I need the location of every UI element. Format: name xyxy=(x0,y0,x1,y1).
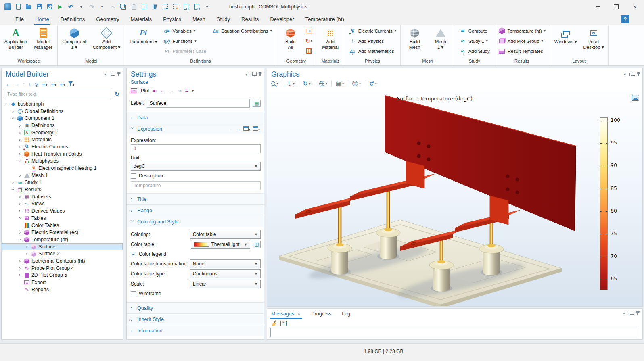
section-data-header[interactable]: › Data xyxy=(127,112,264,123)
menu-mesh[interactable]: Mesh xyxy=(187,13,211,25)
undo-icon[interactable] xyxy=(66,2,75,12)
scene-light-icon[interactable]: ▾ xyxy=(352,81,361,86)
application-builder-button[interactable]: Application Builder xyxy=(2,26,30,51)
equation-contributions-button[interactable]: Equation Contributions▾ xyxy=(209,26,274,36)
expander-open-icon[interactable]: › xyxy=(10,116,15,121)
section-information-header[interactable]: › Information xyxy=(127,325,264,336)
save-icon[interactable] xyxy=(35,2,44,12)
open-messages-icon[interactable] xyxy=(280,321,287,326)
preview-document-icon[interactable] xyxy=(192,2,201,12)
expander-closed-icon[interactable]: › xyxy=(10,109,15,114)
section-expression-header[interactable]: › Expression ← → ▾ ▾ xyxy=(127,123,264,134)
add-material-button[interactable]: Add Material xyxy=(318,26,343,51)
next-expression-icon[interactable]: → xyxy=(236,127,240,131)
rotate-icon[interactable]: ▾ xyxy=(303,80,311,87)
add-study-button[interactable]: Add Study xyxy=(457,46,492,56)
tree-item-busbar-mph[interactable]: ›busbar.mph xyxy=(2,100,123,108)
variables-button[interactable]: Variables▾ xyxy=(161,26,209,36)
overflow-caret-icon[interactable] xyxy=(203,2,211,12)
run-icon[interactable] xyxy=(56,2,65,12)
tree-item-isothermal-contours-ht[interactable]: ›Isothermal Contours (ht) xyxy=(2,257,123,265)
tree-item-materials[interactable]: ›Materials xyxy=(2,136,123,143)
update-plot-icon[interactable]: ▾ xyxy=(369,80,377,87)
save-as-icon[interactable] xyxy=(45,2,54,12)
new-file-icon[interactable] xyxy=(14,2,23,12)
messages-output-area[interactable] xyxy=(270,328,639,337)
unit-select[interactable]: degC▼ xyxy=(131,162,261,171)
expander-closed-icon[interactable]: › xyxy=(17,216,22,221)
expander-closed-icon[interactable]: › xyxy=(17,123,22,128)
section-coloring-style-header[interactable]: › Coloring and Style xyxy=(127,216,264,227)
tree-item-multiphysics[interactable]: ›Multiphysics xyxy=(2,158,123,165)
build-all-button[interactable]: Build All xyxy=(278,26,303,51)
tree-item-electric-currents[interactable]: ›Electric Currents xyxy=(2,143,123,150)
build-mesh-button[interactable]: Build Mesh xyxy=(402,26,427,51)
next-plot-icon[interactable]: → xyxy=(169,88,174,94)
caret-down-icon[interactable] xyxy=(98,2,107,12)
float-panel-icon[interactable] xyxy=(251,73,255,76)
tree-item-derived-values[interactable]: ›Derived Values xyxy=(2,207,123,215)
panel-menu-icon[interactable] xyxy=(623,311,625,315)
mesh-1-button[interactable]: Mesh 1 ▾ xyxy=(428,26,453,51)
tree-item-temperature-ht[interactable]: ›Temperature (ht) xyxy=(2,236,123,243)
add-physics-button[interactable]: Add Physics xyxy=(347,36,399,46)
menu-geometry[interactable]: Geometry xyxy=(90,13,125,25)
expander-closed-icon[interactable]: › xyxy=(17,173,22,178)
expander-open-icon[interactable]: › xyxy=(4,102,8,106)
previous-plot-icon[interactable]: ← xyxy=(161,88,165,94)
color-legend-checkbox[interactable] xyxy=(131,252,136,257)
open-folder-icon[interactable] xyxy=(24,2,33,12)
copy-icon[interactable] xyxy=(119,2,128,12)
graphics-viewport[interactable]: Surface: Temperature (degC) 100959085807… xyxy=(267,92,642,306)
parameters-button[interactable]: Parameters ▾ xyxy=(127,26,160,46)
minimize-button[interactable] xyxy=(588,0,607,13)
delete-icon[interactable] xyxy=(150,2,159,12)
import-geometry-button[interactable] xyxy=(304,26,314,36)
tree-item-mesh-1[interactable]: ›Mesh 1 xyxy=(2,172,123,179)
component-1-button[interactable]: Component 1 ▾ xyxy=(59,26,89,51)
insert-expression-icon[interactable]: ▾ xyxy=(243,126,250,131)
deselect-box-icon[interactable] xyxy=(171,2,180,12)
virtual-operations-button[interactable] xyxy=(304,46,314,56)
open-color-table-button[interactable] xyxy=(253,241,261,248)
expander-closed-icon[interactable]: › xyxy=(17,137,22,142)
tree-item-2d-plot-group-5[interactable]: ›2D Plot Group 5 xyxy=(2,272,123,279)
tree-item-heat-transfer-in-solids[interactable]: ›Heat Transfer in Solids xyxy=(2,150,123,158)
menu-definitions[interactable]: Definitions xyxy=(55,13,91,25)
compute-button[interactable]: Compute xyxy=(457,26,492,36)
add-mathematics-button[interactable]: Add Mathematics xyxy=(347,46,399,56)
clear-broom-icon[interactable] xyxy=(271,320,277,326)
tree-item-results[interactable]: ›Results xyxy=(2,186,123,193)
expand-tree-icon[interactable]: ▾ xyxy=(42,81,47,87)
last-plot-icon[interactable]: ⇥ xyxy=(178,88,182,94)
functions-button[interactable]: Functions▾ xyxy=(161,36,209,46)
rename-button[interactable] xyxy=(253,100,261,107)
label-input[interactable] xyxy=(147,99,250,108)
menu-temperature-ht[interactable]: Temperature (ht) xyxy=(300,13,350,25)
pin-panel-icon[interactable] xyxy=(638,73,639,76)
back-arrow-icon[interactable]: ← xyxy=(6,81,11,87)
expander-open-icon[interactable]: › xyxy=(17,237,22,242)
tab-progress[interactable]: Progress xyxy=(311,309,331,319)
expander-open-icon[interactable]: › xyxy=(17,159,22,163)
cut-icon[interactable] xyxy=(108,2,117,12)
transformation-select[interactable]: None▼ xyxy=(190,259,261,268)
menu-home[interactable]: Home xyxy=(29,13,55,25)
tree-item-electric-potential-ec[interactable]: ›Electric Potential (ec) xyxy=(2,229,123,236)
color-table-select[interactable]: ThermalLight▼ xyxy=(191,240,251,249)
menu-results[interactable]: Results xyxy=(236,13,264,25)
help-button[interactable]: ? xyxy=(621,15,629,23)
tree-item-definitions[interactable]: ›Definitions xyxy=(2,122,123,129)
replace-expression-icon[interactable]: ▾ xyxy=(253,126,260,131)
menu-materials[interactable]: Materials xyxy=(125,13,157,25)
plot-button[interactable]: Plot xyxy=(141,88,149,94)
float-panel-icon[interactable] xyxy=(110,73,113,76)
tree-item-component-1[interactable]: ›Component 1 xyxy=(2,115,123,122)
collapse-tree-icon[interactable]: ▾ xyxy=(50,81,56,87)
expander-closed-icon[interactable]: › xyxy=(24,251,29,256)
up-arrow-icon[interactable]: ↑ xyxy=(23,81,25,87)
expander-closed-icon[interactable]: › xyxy=(17,230,22,235)
refresh-icon[interactable] xyxy=(115,91,119,97)
tree-item-global-definitions[interactable]: ›Global Definitions xyxy=(2,108,123,115)
tree-item-views[interactable]: ›Views xyxy=(2,200,123,208)
